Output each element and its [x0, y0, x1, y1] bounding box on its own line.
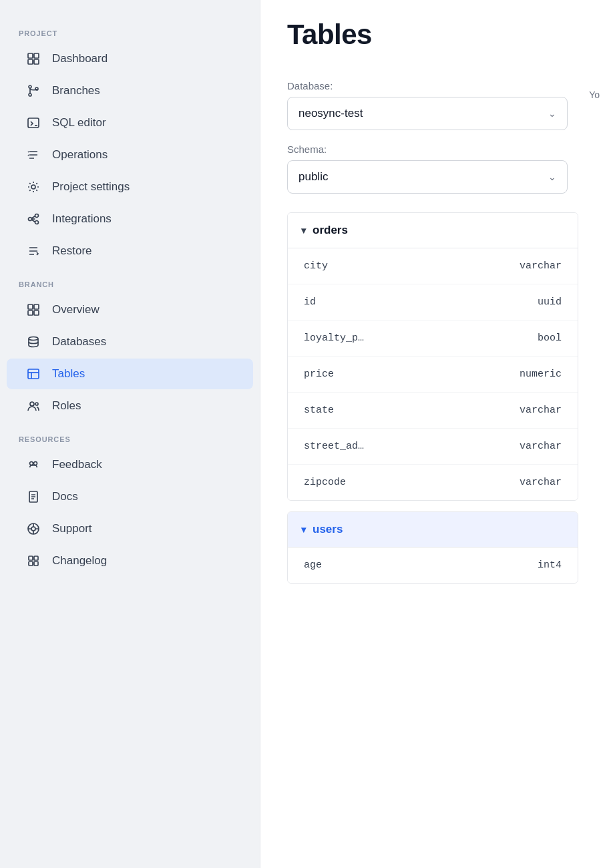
- feedback-icon: [25, 457, 41, 473]
- sidebar-item-changelog[interactable]: Changelog: [7, 546, 253, 576]
- sidebar-label-docs: Docs: [52, 490, 78, 503]
- main-body: Database: neosync-test ⌄ Schema: public …: [260, 61, 605, 868]
- table-group-orders: ▾orderscityvarchariduuidloyalty_p…boolpr…: [287, 212, 578, 501]
- table-section: ▾orderscityvarchariduuidloyalty_p…boolpr…: [287, 212, 578, 584]
- sidebar-label-integrations: Integrations: [52, 212, 112, 226]
- sidebar-item-integrations[interactable]: Integrations: [7, 204, 253, 234]
- chevron-group-icon: ▾: [301, 225, 306, 236]
- sidebar: PROJECT Dashboard Branches: [0, 0, 260, 868]
- svg-point-16: [29, 337, 38, 341]
- svg-point-5: [29, 93, 31, 96]
- git-branch-icon: [25, 83, 41, 99]
- svg-rect-27: [29, 562, 33, 566]
- table-row[interactable]: zipcodevarchar: [288, 465, 578, 500]
- column-type: uuid: [538, 296, 562, 308]
- column-type: varchar: [520, 477, 562, 488]
- sidebar-item-dashboard[interactable]: Dashboard: [7, 43, 253, 74]
- sidebar-item-project-settings[interactable]: Project settings: [7, 172, 253, 202]
- table-icon: [25, 366, 41, 382]
- column-name: city: [304, 260, 328, 272]
- svg-point-10: [35, 214, 39, 218]
- svg-rect-17: [28, 369, 39, 379]
- sidebar-item-docs[interactable]: Docs: [7, 481, 253, 512]
- support-icon: [25, 521, 41, 537]
- svg-rect-15: [34, 310, 39, 315]
- svg-point-9: [29, 218, 32, 221]
- database-select[interactable]: neosync-test ⌄: [287, 97, 568, 130]
- svg-point-18: [30, 402, 34, 406]
- table-group-header-orders[interactable]: ▾orders: [288, 213, 578, 248]
- svg-rect-1: [34, 53, 39, 58]
- page-title: Tables: [287, 19, 578, 51]
- column-name: state: [304, 405, 334, 416]
- sidebar-label-dashboard: Dashboard: [52, 52, 108, 65]
- column-name: zipcode: [304, 477, 346, 488]
- schema-select[interactable]: public ⌄: [287, 160, 568, 194]
- overview-icon: [25, 302, 41, 318]
- sidebar-item-overview[interactable]: Overview: [7, 294, 253, 325]
- table-row[interactable]: iduuid: [288, 284, 578, 320]
- sidebar-label-overview: Overview: [52, 303, 99, 316]
- document-icon: [25, 489, 41, 505]
- column-name: loyalty_p…: [304, 333, 364, 344]
- terminal-icon: [25, 115, 41, 131]
- svg-point-21: [34, 462, 37, 465]
- column-type: varchar: [520, 260, 562, 272]
- svg-rect-7: [28, 118, 39, 128]
- table-row[interactable]: cityvarchar: [288, 248, 578, 284]
- sidebar-label-sql-editor: SQL editor: [52, 116, 106, 130]
- sidebar-item-roles[interactable]: Roles: [7, 391, 253, 421]
- sidebar-label-changelog: Changelog: [52, 554, 107, 568]
- svg-rect-28: [34, 562, 38, 566]
- column-type: int4: [538, 560, 562, 571]
- sidebar-item-operations[interactable]: Operations: [7, 140, 253, 170]
- svg-point-20: [30, 462, 33, 465]
- sidebar-label-branches: Branches: [52, 84, 100, 97]
- table-row[interactable]: ageint4: [288, 548, 578, 583]
- svg-point-24: [31, 527, 35, 531]
- sidebar-label-operations: Operations: [52, 148, 108, 162]
- database-field: Database: neosync-test ⌄: [287, 80, 578, 130]
- database-label: Database:: [287, 80, 578, 91]
- sidebar-item-restore[interactable]: Restore: [7, 236, 253, 266]
- svg-point-8: [31, 185, 35, 189]
- svg-point-4: [29, 85, 31, 88]
- database-icon: [25, 334, 41, 350]
- svg-rect-2: [28, 59, 33, 64]
- grid-icon: [25, 51, 41, 67]
- column-type: varchar: [520, 405, 562, 416]
- restore-icon: [25, 243, 41, 259]
- sidebar-item-tables[interactable]: Tables: [7, 359, 253, 389]
- sidebar-item-feedback[interactable]: Feedback: [7, 449, 253, 480]
- main-content: Tables Yo Database: neosync-test ⌄ Schem…: [260, 0, 605, 868]
- sidebar-label-databases: Databases: [52, 335, 106, 349]
- sidebar-label-feedback: Feedback: [52, 458, 102, 471]
- table-row[interactable]: pricenumeric: [288, 357, 578, 393]
- svg-rect-25: [29, 556, 33, 560]
- sidebar-label-project-settings: Project settings: [52, 180, 130, 194]
- checklist-icon: [25, 147, 41, 163]
- svg-rect-13: [34, 304, 39, 309]
- resources-section-label: RESOURCES: [0, 422, 260, 449]
- table-row[interactable]: loyalty_p…bool: [288, 320, 578, 357]
- table-row[interactable]: statevarchar: [288, 393, 578, 429]
- project-section-label: PROJECT: [0, 16, 260, 43]
- table-group-header-users[interactable]: ▾users: [288, 512, 578, 548]
- changelog-icon: [25, 553, 41, 569]
- column-type: numeric: [520, 369, 562, 380]
- integration-icon: [25, 211, 41, 227]
- column-type: bool: [538, 333, 562, 344]
- svg-point-11: [35, 221, 39, 224]
- gear-icon: [25, 179, 41, 195]
- users-icon: [25, 398, 41, 414]
- sidebar-label-roles: Roles: [52, 399, 81, 413]
- table-row[interactable]: street_ad…varchar: [288, 429, 578, 465]
- sidebar-item-databases[interactable]: Databases: [7, 327, 253, 357]
- table-group-name-users: users: [313, 523, 343, 536]
- table-group-name-orders: orders: [313, 224, 348, 237]
- sidebar-item-support[interactable]: Support: [7, 513, 253, 544]
- sidebar-item-sql-editor[interactable]: SQL editor: [7, 107, 253, 138]
- sidebar-item-branches[interactable]: Branches: [7, 75, 253, 106]
- database-value: neosync-test: [298, 107, 363, 120]
- column-type: varchar: [520, 441, 562, 452]
